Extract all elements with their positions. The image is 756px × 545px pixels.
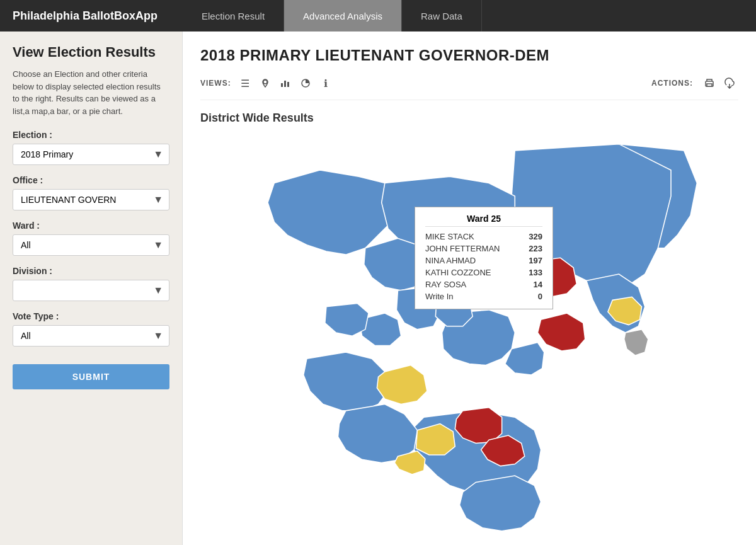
map-view-icon[interactable] bbox=[256, 74, 274, 92]
division-label: Division : bbox=[13, 266, 169, 276]
tooltip-ward-title: Ward 25 bbox=[425, 214, 542, 227]
tab-advanced-analysis[interactable]: Advanced Analysis bbox=[284, 0, 402, 32]
sidebar: View Election Results Choose an Election… bbox=[0, 32, 183, 545]
section-title: District Wide Results bbox=[200, 112, 738, 125]
tooltip-val-1: 223 bbox=[529, 244, 542, 253]
tooltip-val-4: 14 bbox=[534, 280, 542, 289]
tab-raw-data[interactable]: Raw Data bbox=[402, 0, 482, 32]
tooltip-name-4: RAY SOSA bbox=[425, 280, 466, 289]
submit-button[interactable]: SUBMIT bbox=[13, 364, 169, 389]
tooltip-row-5: Write In 0 bbox=[425, 290, 542, 302]
tooltip-row-2: NINA AHMAD 197 bbox=[425, 255, 542, 267]
vote-type-select[interactable]: All bbox=[13, 325, 169, 347]
actions-label: ACTIONS: bbox=[651, 79, 693, 88]
svg-line-10 bbox=[508, 378, 528, 391]
office-select[interactable]: LIEUTENANT GOVERN bbox=[13, 189, 169, 210]
tooltip-name-1: JOHN FETTERMAN bbox=[425, 244, 500, 253]
views-label: VIEWS: bbox=[200, 79, 231, 88]
main-layout: View Election Results Choose an Election… bbox=[0, 32, 756, 545]
tooltip-val-3: 133 bbox=[529, 268, 542, 277]
office-label: Office : bbox=[13, 175, 169, 185]
office-select-wrapper: LIEUTENANT GOVERN ▼ bbox=[13, 189, 169, 210]
tooltip-row-3: KATHI COZZONE 133 bbox=[425, 267, 542, 278]
tooltip-val-2: 197 bbox=[529, 256, 542, 265]
tooltip-val-0: 329 bbox=[529, 232, 542, 241]
map-container[interactable]: Ward 25 MIKE STACK 329 JOHN FETTERMAN 22… bbox=[200, 131, 738, 534]
vote-type-label: Vote Type : bbox=[13, 311, 169, 321]
svg-point-0 bbox=[263, 80, 267, 84]
header: Philadelphia BallotBoxApp Election Resul… bbox=[0, 0, 756, 32]
bar-view-icon[interactable] bbox=[277, 74, 294, 92]
ward-label: Ward : bbox=[13, 221, 169, 231]
tooltip-name-0: MIKE STACK bbox=[425, 232, 474, 241]
tooltip-name-3: KATHI COZZONE bbox=[425, 268, 491, 277]
svg-rect-6 bbox=[707, 84, 712, 86]
vote-type-select-wrapper: All ▼ bbox=[13, 325, 169, 347]
info-icon[interactable]: ℹ bbox=[317, 74, 335, 92]
tooltip-row-1: JOHN FETTERMAN 223 bbox=[425, 243, 542, 255]
sidebar-description: Choose an Election and other criteria be… bbox=[13, 68, 169, 117]
tooltip-name-2: NINA AHMAD bbox=[425, 256, 476, 265]
pie-view-icon[interactable] bbox=[297, 74, 314, 92]
ward-select-wrapper: All ▼ bbox=[13, 234, 169, 256]
nav-tabs: Election Result Advanced Analysis Raw Da… bbox=[183, 0, 482, 32]
download-icon[interactable] bbox=[721, 74, 738, 92]
page-title: 2018 PRIMARY LIEUTENANT GOVERNOR-DEM bbox=[200, 47, 738, 64]
content-area: 2018 PRIMARY LIEUTENANT GOVERNOR-DEM VIE… bbox=[183, 32, 756, 545]
tooltip-name-5: Write In bbox=[425, 292, 454, 301]
svg-line-11 bbox=[437, 378, 450, 391]
ward-select[interactable]: All bbox=[13, 234, 169, 256]
print-icon[interactable] bbox=[701, 74, 718, 92]
list-view-icon[interactable]: ☰ bbox=[236, 74, 254, 92]
tooltip-row-4: RAY SOSA 14 bbox=[425, 278, 542, 290]
division-select-wrapper: ▼ bbox=[13, 280, 169, 301]
election-select-wrapper: 2018 Primary ▼ bbox=[13, 144, 169, 165]
app-title: Philadelphia BallotBoxApp bbox=[0, 0, 183, 32]
svg-rect-2 bbox=[284, 81, 286, 87]
tooltip-val-5: 0 bbox=[538, 292, 542, 301]
map-tooltip: Ward 25 MIKE STACK 329 JOHN FETTERMAN 22… bbox=[415, 207, 553, 309]
tab-election-result[interactable]: Election Result bbox=[183, 0, 284, 32]
election-label: Election : bbox=[13, 130, 169, 140]
philadelphia-map[interactable] bbox=[200, 131, 738, 534]
svg-rect-3 bbox=[287, 82, 289, 87]
views-bar: VIEWS: ☰ ℹ ACTIONS: bbox=[200, 74, 738, 100]
app-title-text: Philadelphia BallotBoxApp bbox=[13, 9, 158, 23]
election-select[interactable]: 2018 Primary bbox=[13, 144, 169, 165]
tooltip-row-0: MIKE STACK 329 bbox=[425, 231, 542, 243]
sidebar-title: View Election Results bbox=[13, 44, 169, 60]
svg-rect-1 bbox=[281, 83, 283, 87]
division-input[interactable] bbox=[13, 280, 169, 301]
